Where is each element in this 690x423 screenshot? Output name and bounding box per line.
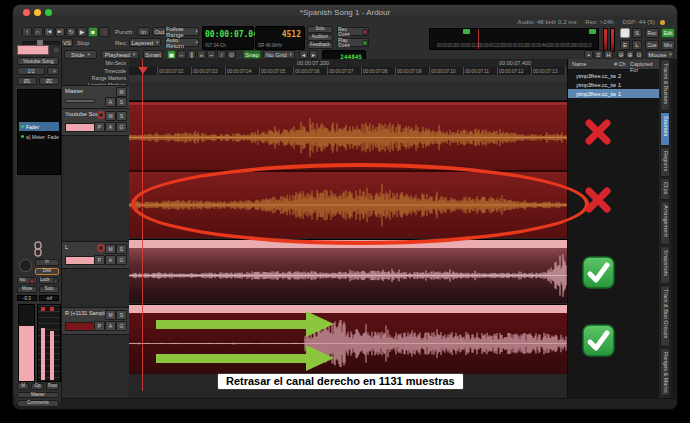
tab-edit[interactable]: Edit bbox=[661, 28, 675, 38]
left-group-button[interactable]: G bbox=[116, 255, 127, 265]
auto-return-dropdown[interactable]: Auto Return bbox=[165, 38, 199, 47]
phase-1-button[interactable]: Ø1 bbox=[17, 77, 37, 85]
sources-col-ch[interactable]: # Ch bbox=[614, 61, 626, 67]
play-cues-button[interactable]: Play Cues bbox=[337, 38, 369, 47]
gain-fader[interactable] bbox=[18, 304, 35, 382]
processor-box[interactable]: Fader a) Meter: Fader bbox=[17, 89, 61, 175]
left-automation-button[interactable]: A bbox=[105, 255, 116, 265]
rec-cues-button[interactable]: Rec Cues bbox=[337, 27, 369, 36]
ruler-name-minsecs[interactable]: Min:Secs bbox=[105, 60, 126, 66]
output-button[interactable]: Master bbox=[17, 392, 59, 399]
editor-visibility-button[interactable] bbox=[620, 28, 630, 38]
solo-lock-button[interactable]: Lock bbox=[39, 277, 59, 284]
master-gain-slider[interactable] bbox=[65, 99, 95, 103]
input-button[interactable]: 1/2 bbox=[17, 67, 45, 75]
midi-panic-button[interactable]: ! bbox=[22, 27, 32, 37]
punch-in-button[interactable]: In bbox=[137, 27, 150, 36]
region-left-channel[interactable] bbox=[129, 239, 567, 302]
youtube-mute-button[interactable]: M bbox=[105, 111, 116, 121]
youtube-lane-right[interactable] bbox=[129, 172, 567, 238]
track-header-right[interactable]: R (+1131 Samples) M S P A G bbox=[61, 307, 131, 335]
sources-col-name[interactable]: Name bbox=[572, 61, 587, 67]
tab-clips[interactable]: Clips bbox=[660, 178, 670, 200]
rec-mode-dropdown[interactable]: Layered bbox=[129, 38, 161, 47]
audition-tool-button[interactable]: ~ bbox=[207, 50, 216, 59]
play-button[interactable]: ▶ bbox=[77, 27, 87, 37]
right-solo-button[interactable]: S bbox=[116, 310, 127, 320]
mixer-visibility-button[interactable]: S bbox=[632, 28, 642, 38]
comments-button[interactable]: Comments bbox=[17, 400, 59, 407]
edit-point-dropdown[interactable]: Playhead bbox=[101, 50, 139, 59]
grab-tool-button[interactable]: ▣ bbox=[167, 50, 176, 59]
track-color-swatch[interactable] bbox=[17, 45, 49, 55]
ruler-name-timecode[interactable]: Timecode bbox=[104, 68, 126, 74]
source-row-0[interactable]: ytmp3free.cc_twint 2 bbox=[568, 71, 660, 80]
strip-name-button[interactable]: Youtube Song bbox=[17, 57, 59, 65]
zoom-focus-out-icon[interactable]: ⊖ bbox=[617, 50, 625, 59]
nudge-right-button[interactable]: ▸ bbox=[309, 50, 318, 59]
right-color-swatch[interactable] bbox=[65, 322, 97, 331]
zoom-focus-dropdown[interactable]: Mouse bbox=[646, 50, 674, 59]
zoom-out-button[interactable]: ▪ bbox=[584, 50, 593, 59]
peak-display[interactable]: -inf bbox=[39, 295, 59, 301]
region-right-channel[interactable] bbox=[129, 304, 567, 373]
right-group-button[interactable]: G bbox=[116, 321, 127, 331]
solo-iso-button[interactable]: Iso bbox=[17, 277, 37, 284]
loop-button[interactable]: ↻ bbox=[66, 27, 76, 37]
tab-arrangement[interactable]: Arrangement bbox=[660, 201, 670, 245]
left-playlist-button[interactable]: P bbox=[94, 255, 105, 265]
youtube-color-swatch[interactable] bbox=[65, 123, 97, 132]
tab-tracks-busses[interactable]: Tracks & Busses bbox=[660, 59, 670, 111]
grid-dropdown[interactable]: No Grid bbox=[263, 50, 295, 59]
draw-tool-button[interactable]: / bbox=[217, 50, 226, 59]
tab-rec[interactable]: Rec bbox=[645, 28, 659, 38]
zoom-fit-button[interactable]: H bbox=[604, 50, 613, 59]
go-to-end-button[interactable]: ▶| bbox=[55, 27, 65, 37]
audition-button[interactable]: Audition bbox=[307, 34, 333, 41]
meter-mono-button[interactable]: M bbox=[17, 383, 29, 390]
solo-button[interactable]: Solo bbox=[39, 286, 59, 293]
editor-window-button[interactable]: E bbox=[620, 40, 630, 50]
left-lane[interactable] bbox=[129, 248, 567, 303]
zoom-focus-in-icon[interactable]: ⊕ bbox=[626, 50, 634, 59]
left-color-swatch[interactable] bbox=[65, 256, 97, 265]
stretch-tool-button[interactable]: » bbox=[197, 50, 206, 59]
monitor-input-button[interactable]: In bbox=[35, 259, 59, 266]
snap-button[interactable]: Snap bbox=[243, 50, 261, 59]
youtube-automation-button[interactable]: A bbox=[105, 122, 116, 132]
master-mute-button[interactable]: M bbox=[116, 87, 127, 97]
smart-mode-button[interactable]: Smart bbox=[143, 50, 163, 59]
nudge-left-button[interactable]: ◂ bbox=[299, 50, 308, 59]
session-start-marker[interactable] bbox=[463, 29, 470, 34]
tab-regions[interactable]: Regions bbox=[660, 147, 670, 177]
source-row-2-selected[interactable]: ytmp3free.cc_twint 1 bbox=[568, 89, 660, 98]
varispeed-button[interactable]: VS bbox=[61, 38, 73, 47]
follow-range-dropdown[interactable]: Follow Range bbox=[165, 27, 199, 36]
group-button[interactable]: Gp bbox=[31, 383, 44, 390]
monitor-disk-button[interactable]: Disk bbox=[35, 268, 59, 275]
tab-snapshots[interactable]: Snapshots bbox=[660, 246, 670, 284]
processor-meter[interactable]: a) Meter: Fader bbox=[19, 132, 59, 141]
edit-mode-dropdown[interactable]: Slide bbox=[64, 50, 97, 59]
editor-canvas[interactable]: 00:00:07.200 00:00:07.400 00:00:07:02 00… bbox=[129, 59, 567, 399]
session-end-marker[interactable] bbox=[589, 29, 596, 34]
left-solo-button[interactable]: S bbox=[116, 244, 127, 254]
track-header-youtube-song[interactable]: Youtube Song M S P A G bbox=[61, 108, 131, 136]
youtube-playlist-button[interactable]: P bbox=[94, 122, 105, 132]
right-playlist-button[interactable]: P bbox=[94, 321, 105, 331]
gain-knob[interactable] bbox=[19, 259, 32, 272]
meter-point-button[interactable]: Post bbox=[46, 383, 59, 390]
strip-menu-icon[interactable] bbox=[52, 46, 60, 54]
youtube-solo-button[interactable]: S bbox=[116, 111, 127, 121]
stop-button[interactable]: ■ bbox=[88, 27, 98, 37]
left-record-enable-button[interactable] bbox=[97, 244, 105, 252]
track-header-master[interactable]: Master M A S bbox=[61, 85, 131, 109]
processor-fader[interactable]: Fader bbox=[19, 122, 59, 131]
feedback-button[interactable]: Feedback bbox=[307, 42, 333, 49]
sources-header-row[interactable]: Name # Ch Captured For bbox=[568, 59, 660, 70]
master-automation-button[interactable]: A bbox=[105, 97, 116, 107]
tab-mix[interactable]: Mix bbox=[661, 40, 675, 50]
ruler-name-range-markers[interactable]: Range Markers bbox=[92, 75, 126, 81]
youtube-record-enable-button[interactable] bbox=[97, 111, 105, 119]
primary-clock[interactable]: 00:00:07.048 INT 04-Ch bbox=[202, 26, 254, 50]
